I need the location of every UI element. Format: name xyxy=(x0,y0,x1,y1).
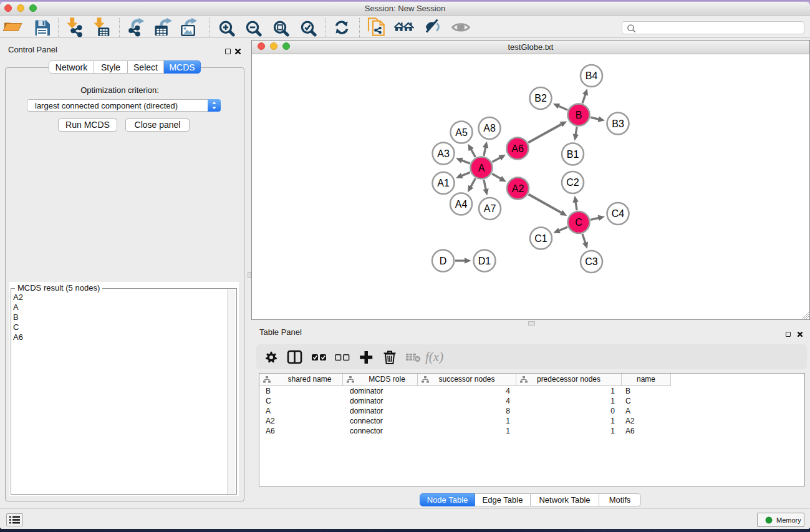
svg-text:B4: B4 xyxy=(586,70,598,81)
svg-text:A2: A2 xyxy=(512,183,524,194)
svg-text:B3: B3 xyxy=(612,118,624,129)
svg-text:C: C xyxy=(575,217,582,228)
svg-text:C1: C1 xyxy=(534,233,547,244)
svg-text:D1: D1 xyxy=(478,256,491,266)
svg-text:A3: A3 xyxy=(437,148,450,159)
svg-text:A4: A4 xyxy=(455,199,468,210)
svg-text:C4: C4 xyxy=(612,208,625,219)
svg-text:A7: A7 xyxy=(484,203,496,214)
svg-text:B2: B2 xyxy=(534,93,547,104)
svg-text:B: B xyxy=(576,110,582,120)
svg-text:C3: C3 xyxy=(585,256,598,267)
svg-text:B1: B1 xyxy=(567,149,579,160)
svg-text:D: D xyxy=(440,256,447,266)
svg-text:A5: A5 xyxy=(455,127,468,138)
svg-text:C2: C2 xyxy=(566,177,579,188)
svg-text:A: A xyxy=(478,163,485,173)
svg-text:A6: A6 xyxy=(511,143,524,154)
svg-text:A8: A8 xyxy=(483,123,496,133)
svg-text:A1: A1 xyxy=(437,178,450,188)
